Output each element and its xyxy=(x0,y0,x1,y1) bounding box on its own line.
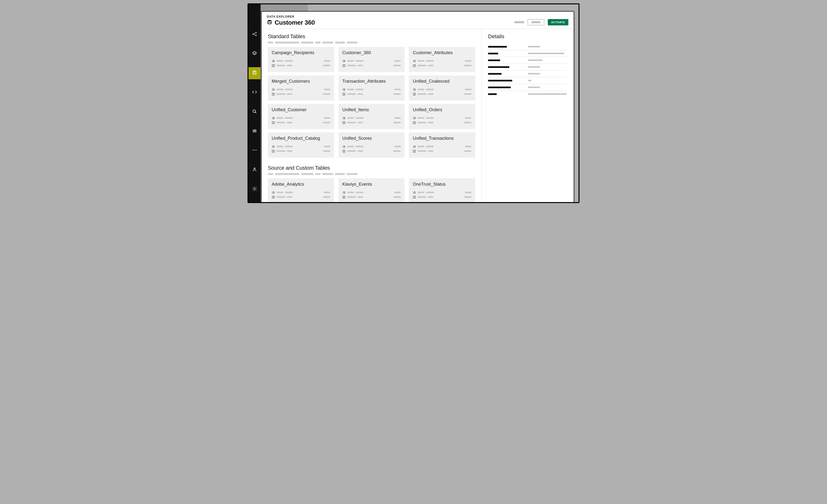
svg-point-7 xyxy=(255,131,255,131)
table-card-grid: Campaign_Recipients Customer_360 xyxy=(268,47,475,158)
sidebar-item-menu-dots[interactable] xyxy=(248,145,260,157)
sidebar-item-schema[interactable] xyxy=(248,48,260,60)
detail-value-placeholder xyxy=(528,59,542,61)
table-card-title: Customer_Attributes xyxy=(413,50,471,55)
svg-rect-78 xyxy=(272,147,273,147)
list-icon xyxy=(272,145,275,148)
left-sidebar xyxy=(248,4,260,202)
sidebar-item-bot[interactable] xyxy=(248,125,260,137)
svg-rect-17 xyxy=(273,60,274,60)
sidebar-item-connections[interactable] xyxy=(248,29,260,41)
section-subtext-placeholder xyxy=(268,173,475,175)
svg-rect-16 xyxy=(272,62,273,62)
table-card[interactable]: Campaign_Recipients xyxy=(268,47,334,72)
detail-value-placeholder xyxy=(528,66,540,68)
svg-point-8 xyxy=(253,150,253,150)
svg-point-13 xyxy=(268,20,272,21)
table-card-title: Klaviyo_Events xyxy=(342,182,401,187)
detail-key-placeholder xyxy=(488,87,521,88)
svg-rect-82 xyxy=(273,147,274,148)
secondary-button[interactable] xyxy=(528,19,544,25)
list-icon xyxy=(272,191,275,194)
svg-rect-74 xyxy=(414,118,416,118)
svg-rect-85 xyxy=(343,147,343,147)
svg-rect-72 xyxy=(413,119,414,119)
table-card[interactable]: Customer_Attributes xyxy=(409,47,475,72)
section-title: Source and Custom Tables xyxy=(268,165,475,171)
table-card[interactable]: Adobe_Analytics xyxy=(268,178,334,203)
list-icon xyxy=(342,88,345,91)
list-icon xyxy=(342,116,345,119)
table-card-title: Merged_Customers xyxy=(272,79,330,84)
svg-rect-96 xyxy=(414,147,416,148)
sidebar-item-settings[interactable] xyxy=(248,183,260,195)
detail-value-placeholder xyxy=(528,46,540,48)
table-card[interactable]: Unified_Scores xyxy=(339,132,405,158)
columns-icon xyxy=(272,64,275,67)
svg-rect-60 xyxy=(273,118,274,118)
table-card[interactable]: Unified_Items xyxy=(339,104,405,129)
svg-rect-57 xyxy=(272,118,273,118)
table-card[interactable]: Unified_Coalesced xyxy=(409,75,475,101)
table-card[interactable]: Klaviyo_Events xyxy=(339,178,405,203)
detail-row xyxy=(488,77,567,84)
app-frame: DATA EXPLORER Customer 360 xyxy=(247,3,580,203)
table-card-title: Unified_Customer xyxy=(272,107,330,112)
detail-key-placeholder xyxy=(488,93,521,95)
svg-rect-100 xyxy=(272,193,273,193)
table-card[interactable]: Unified_Customer xyxy=(268,104,334,129)
detail-key-placeholder xyxy=(488,59,521,61)
sidebar-item-audience[interactable] xyxy=(248,164,260,176)
svg-point-12 xyxy=(254,188,255,189)
table-card[interactable]: Customer_360 xyxy=(339,47,405,72)
svg-point-6 xyxy=(254,131,254,131)
svg-point-4 xyxy=(253,110,255,112)
columns-icon xyxy=(342,92,345,96)
table-card[interactable]: Unified_Transactions xyxy=(409,132,475,158)
detail-row xyxy=(488,50,567,57)
detail-row xyxy=(488,57,567,64)
audience-icon xyxy=(252,167,257,173)
detail-key-placeholder xyxy=(488,73,521,75)
svg-rect-103 xyxy=(273,193,274,193)
tables-panel: Standard TablesCampaign_Recipients Custo… xyxy=(261,29,482,203)
svg-rect-44 xyxy=(343,90,343,91)
table-card[interactable]: Merged_Customers xyxy=(268,75,334,101)
svg-rect-79 xyxy=(272,147,273,148)
code-icon xyxy=(252,90,257,96)
svg-rect-68 xyxy=(343,119,345,119)
header-placeholder-text xyxy=(515,21,524,23)
activate-button[interactable]: ACTIVATE xyxy=(548,19,568,25)
table-card[interactable]: Unified_Product_Catalog xyxy=(268,132,334,158)
table-card-grid: Adobe_Analytics Klaviyo_Events xyxy=(268,178,475,203)
table-card[interactable]: Transaction_Attributes xyxy=(339,75,405,101)
svg-rect-26 xyxy=(343,62,345,62)
table-card[interactable]: OneTrust_Status xyxy=(409,178,475,203)
columns-icon xyxy=(272,92,275,96)
svg-rect-24 xyxy=(343,60,345,60)
connections-icon xyxy=(252,32,257,38)
list-icon xyxy=(272,59,275,62)
svg-rect-51 xyxy=(413,90,414,91)
svg-rect-75 xyxy=(414,119,416,119)
table-card[interactable]: Unified_Orders xyxy=(409,104,475,129)
svg-rect-117 xyxy=(414,193,416,193)
table-card-title: Unified_Transactions xyxy=(413,136,471,141)
settings-icon xyxy=(252,186,257,192)
detail-value-placeholder xyxy=(528,73,540,75)
svg-point-0 xyxy=(253,34,253,35)
svg-rect-106 xyxy=(343,192,343,193)
svg-rect-116 xyxy=(414,192,416,193)
list-icon xyxy=(342,59,345,62)
sidebar-item-database[interactable] xyxy=(248,67,260,79)
sidebar-item-code[interactable] xyxy=(248,87,260,99)
svg-point-3 xyxy=(253,70,256,72)
columns-icon xyxy=(413,149,416,153)
svg-rect-71 xyxy=(413,118,414,118)
svg-rect-21 xyxy=(343,60,343,60)
list-icon xyxy=(272,116,275,119)
modal-title: Customer 360 xyxy=(275,19,315,26)
list-icon xyxy=(413,145,416,148)
svg-rect-95 xyxy=(414,147,416,147)
sidebar-item-search[interactable] xyxy=(248,106,260,118)
